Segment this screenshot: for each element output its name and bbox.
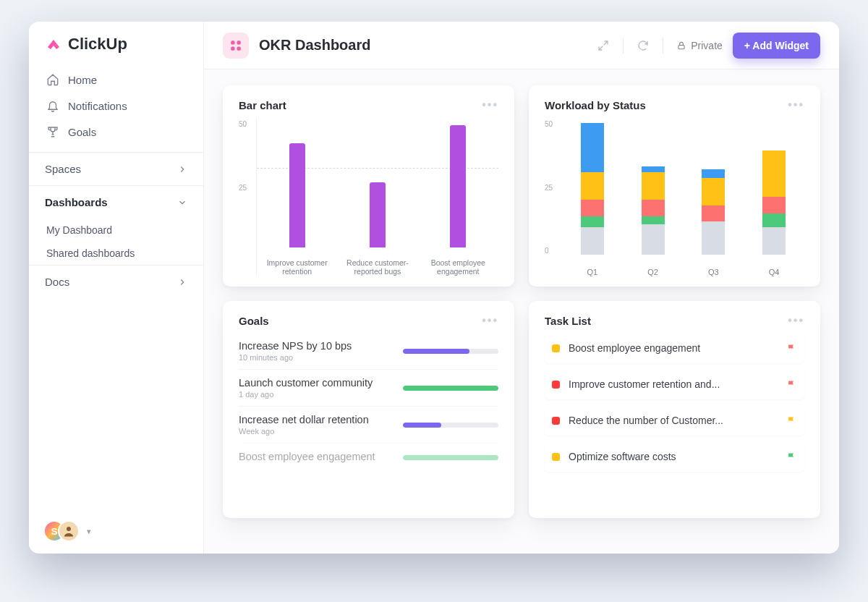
section-head-docs[interactable]: Docs: [29, 266, 203, 298]
section-spaces: Spaces: [29, 152, 203, 185]
flag-icon: [786, 343, 797, 354]
chart-bar: [450, 125, 466, 247]
goal-title: Increase net dollar retention: [239, 414, 388, 425]
refresh-icon[interactable]: [637, 39, 650, 52]
svg-point-0: [67, 527, 71, 531]
y-tick: 0: [545, 247, 562, 255]
svg-rect-2: [237, 41, 241, 44]
section-head-dashboards[interactable]: Dashboards: [29, 186, 203, 219]
card-bar-chart: Bar chart ••• 50 25 Improve customer ret…: [223, 85, 514, 287]
status-square-icon: [552, 417, 560, 425]
section-label: Dashboards: [45, 196, 108, 208]
y-tick: 25: [545, 184, 562, 192]
task-title: Boost employee engagement: [569, 342, 778, 354]
progress-bar: [403, 386, 498, 391]
card-menu-icon[interactable]: •••: [482, 314, 498, 327]
plot-area: Q1Q2Q3Q4: [562, 117, 804, 276]
flag-icon: [786, 452, 797, 462]
card-goals: Goals ••• Increase NPS by 10 bps10 minut…: [223, 301, 514, 518]
privacy-indicator[interactable]: Private: [676, 40, 723, 51]
status-square-icon: [552, 344, 560, 352]
content-grid: Bar chart ••• 50 25 Improve customer ret…: [204, 69, 839, 554]
section-label: Spaces: [45, 163, 81, 175]
card-task-list: Task List ••• Boost employee engagementI…: [529, 301, 820, 518]
bar-segment: [702, 221, 725, 255]
nav-notifications[interactable]: Notifications: [29, 93, 203, 119]
task-title: Optimize software costs: [569, 451, 778, 462]
sidebar-item-my-dashboard[interactable]: My Dashboard: [29, 219, 203, 242]
card-workload: Workload by Status ••• 50 25 0 Q1Q2Q3Q4: [529, 85, 820, 287]
nav-label: Notifications: [68, 100, 127, 112]
clickup-logo-icon: [45, 35, 62, 53]
y-tick: 25: [239, 184, 256, 192]
goal-row[interactable]: Increase net dollar retentionWeek ago: [239, 406, 498, 443]
x-tick-label: Q4: [769, 268, 780, 276]
grid-icon: [229, 39, 242, 52]
card-menu-icon[interactable]: •••: [788, 314, 804, 327]
goal-row[interactable]: Launch customer community1 day ago: [239, 369, 498, 406]
nav-label: Goals: [68, 126, 96, 138]
goal-row[interactable]: Increase NPS by 10 bps10 minutes ago: [239, 333, 498, 369]
section-dashboards: Dashboards My Dashboard Shared dashboard…: [29, 185, 203, 265]
page-title: OKR Dashboard: [259, 37, 370, 54]
flag-icon: [786, 415, 797, 426]
divider: [623, 38, 624, 54]
nav-home[interactable]: Home: [29, 67, 203, 93]
bar-segment: [702, 205, 725, 222]
progress-bar: [403, 349, 498, 354]
sidebar-item-shared-dashboards[interactable]: Shared dashboards: [29, 242, 203, 265]
card-title: Bar chart: [239, 99, 286, 111]
bar-segment: [762, 150, 786, 198]
brand[interactable]: ClickUp: [29, 22, 203, 59]
x-tick-label: Boost employee engagement: [425, 258, 490, 276]
bar-segment: [581, 200, 604, 216]
goal-row[interactable]: Boost employee engagement: [239, 443, 498, 471]
bar-segment: [762, 227, 786, 255]
x-tick-label: Q1: [587, 268, 598, 276]
card-menu-icon[interactable]: •••: [788, 98, 804, 111]
sidebar: ClickUp Home Notifications Goals Spaces: [29, 22, 204, 554]
goal-title: Launch customer community: [239, 377, 388, 389]
task-title: Improve customer retention and...: [569, 378, 778, 390]
card-menu-icon[interactable]: •••: [482, 98, 498, 111]
bar-segment: [581, 172, 604, 200]
stacked-bar: [581, 117, 604, 255]
person-icon: [62, 525, 75, 538]
sidebar-footer: S ▾: [29, 509, 203, 554]
add-widget-button[interactable]: + Add Widget: [733, 33, 820, 59]
goals-list: Increase NPS by 10 bps10 minutes agoLaun…: [239, 333, 498, 471]
status-square-icon: [552, 453, 560, 461]
bell-icon: [46, 99, 59, 112]
nav-label: Home: [68, 74, 97, 86]
svg-rect-4: [237, 46, 241, 50]
y-tick: 50: [545, 120, 562, 128]
card-title: Task List: [545, 315, 591, 327]
bar-segment: [762, 197, 786, 213]
nav-goals[interactable]: Goals: [29, 119, 203, 145]
stacked-bar: [762, 117, 786, 255]
avatar-stack[interactable]: S: [43, 520, 80, 542]
chevron-right-icon: [177, 277, 187, 287]
bar-segment: [642, 166, 665, 172]
bar-segment: [642, 216, 665, 224]
divider: [663, 38, 663, 54]
svg-rect-3: [231, 46, 234, 50]
goal-timestamp: 1 day ago: [239, 390, 388, 399]
expand-icon[interactable]: [597, 39, 610, 52]
task-row[interactable]: Boost employee engagement: [545, 333, 804, 363]
chart-bar: [370, 182, 386, 247]
progress-bar: [403, 455, 498, 460]
topbar: OKR Dashboard Private + Add Widget: [204, 22, 839, 69]
home-icon: [46, 73, 59, 86]
section-label: Docs: [45, 276, 69, 288]
goal-timestamp: Week ago: [239, 427, 388, 436]
svg-rect-1: [231, 41, 234, 44]
task-row[interactable]: Improve customer retention and...: [545, 369, 804, 399]
card-title: Workload by Status: [545, 99, 646, 111]
task-row[interactable]: Optimize software costs: [545, 441, 804, 472]
task-row[interactable]: Reduce the number of Customer...: [545, 405, 804, 436]
chevron-down-icon[interactable]: ▾: [87, 527, 91, 536]
main: OKR Dashboard Private + Add Widget Bar c…: [204, 22, 839, 554]
trophy-icon: [46, 125, 59, 138]
section-head-spaces[interactable]: Spaces: [29, 153, 203, 185]
